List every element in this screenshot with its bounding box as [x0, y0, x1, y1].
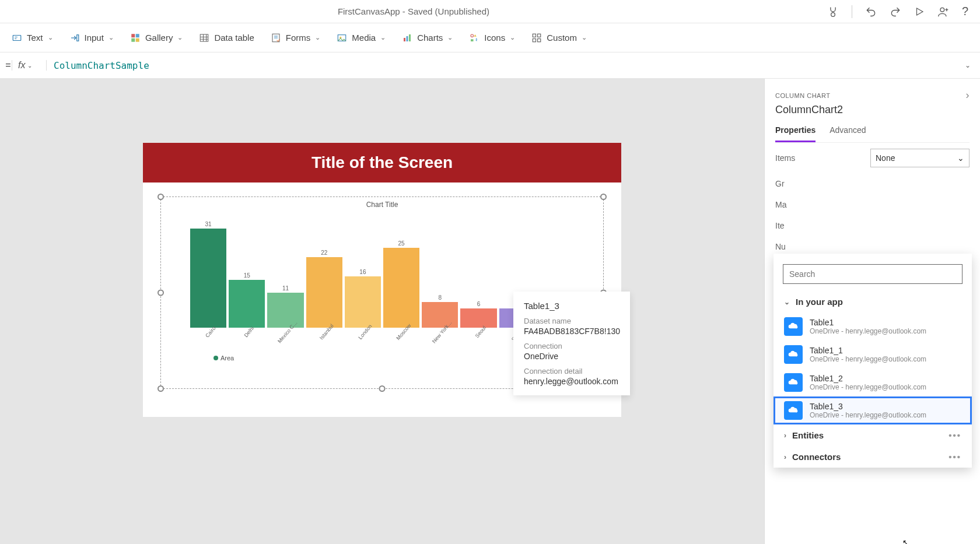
section-connectors[interactable]: ›Connectors ••• [774, 446, 972, 468]
section-entities[interactable]: ›Entities ••• [774, 424, 972, 446]
prop-label: Ite [775, 221, 785, 230]
more-icon[interactable]: ••• [949, 452, 961, 462]
datasource-item[interactable]: Table1_1OneDrive - henry.legge@outlook.c… [774, 341, 972, 368]
charts-icon [402, 33, 412, 43]
undo-icon[interactable] [865, 6, 877, 17]
svg-rect-6 [136, 34, 139, 37]
ribbon: Text⌄ Input⌄ Gallery⌄ Data table Forms⌄ … [0, 23, 980, 52]
svg-point-16 [471, 34, 474, 37]
ribbon-gallery[interactable]: Gallery⌄ [130, 33, 183, 43]
items-dropdown: ⌄In your app Table1OneDrive - henry.legg… [774, 254, 972, 468]
play-icon[interactable] [914, 6, 925, 17]
svg-rect-19 [533, 38, 536, 41]
panel-expand-icon[interactable]: › [966, 89, 970, 101]
bar: 22 [306, 250, 342, 328]
tooltip-title: Table1_3 [524, 301, 620, 311]
screen-title: Title of the Screen [143, 143, 621, 182]
tab-properties[interactable]: Properties [775, 125, 816, 142]
media-icon [337, 33, 347, 43]
onedrive-icon [784, 317, 803, 336]
ribbon-media[interactable]: Media⌄ [337, 33, 386, 43]
gallery-icon [130, 33, 141, 43]
ribbon-custom[interactable]: Custom⌄ [531, 33, 587, 43]
prop-items-select[interactable]: None ⌄ [870, 149, 970, 167]
canvas[interactable]: Title of the Screen Chart Title 31151122… [0, 79, 764, 544]
chevron-right-icon: › [784, 453, 786, 461]
equals-sign: = [0, 60, 12, 71]
bar: 25 [383, 240, 419, 328]
chevron-down-icon: ⌄ [957, 153, 964, 163]
search-box[interactable] [783, 264, 963, 284]
chevron-down-icon: ⌄ [380, 34, 386, 41]
chart-title: Chart Title [167, 201, 597, 209]
datasource-item[interactable]: Table1OneDrive - henry.legge@outlook.com [774, 313, 972, 341]
bar: 31 [190, 221, 226, 328]
chevron-down-icon: ⌄ [177, 34, 183, 41]
svg-rect-18 [538, 34, 541, 37]
prop-label: Ma [775, 200, 786, 209]
chevron-down-icon: ⌄ [447, 34, 453, 41]
svg-rect-14 [407, 36, 408, 41]
resize-handle[interactable] [379, 385, 386, 392]
section-in-your-app[interactable]: ⌄In your app [774, 291, 972, 313]
datasource-item[interactable]: Table1_3OneDrive - henry.legge@outlook.c… [774, 396, 972, 424]
svg-point-2 [940, 8, 944, 12]
tooltip-value: FA4BADB8183CF7B8!130 [524, 327, 620, 336]
svg-rect-7 [131, 38, 135, 41]
more-icon[interactable]: ••• [949, 430, 961, 440]
properties-panel: COLUMN CHART › ColumnChart2 Properties A… [764, 79, 980, 544]
resize-handle[interactable] [158, 385, 164, 392]
datasource-item[interactable]: Table1_2OneDrive - henry.legge@outlook.c… [774, 368, 972, 396]
share-icon[interactable] [937, 6, 949, 17]
formula-input[interactable]: ColumnChartSample [47, 60, 956, 71]
tab-advanced[interactable]: Advanced [830, 125, 866, 142]
help-icon[interactable]: ? [962, 5, 968, 18]
prop-label: Nu [775, 242, 786, 251]
svg-rect-9 [201, 34, 209, 41]
svg-rect-4 [76, 34, 78, 41]
chevron-down-icon: ⌄ [510, 34, 515, 41]
svg-rect-17 [533, 34, 536, 37]
input-icon [69, 33, 80, 43]
search-input[interactable] [789, 269, 956, 279]
prop-items-label: Items [775, 153, 795, 163]
formula-expand-icon[interactable]: ⌄ [956, 61, 980, 69]
ribbon-datatable[interactable]: Data table [199, 33, 254, 43]
svg-rect-3 [13, 35, 21, 40]
fx-dropdown[interactable]: fx⌄ [12, 60, 47, 71]
datatable-icon [199, 33, 209, 43]
chevron-down-icon: ⌄ [784, 298, 790, 306]
redo-icon[interactable] [890, 6, 901, 17]
onedrive-icon [784, 401, 803, 420]
svg-rect-13 [404, 38, 405, 41]
forms-icon [271, 33, 281, 43]
app-checker-icon[interactable] [827, 6, 839, 17]
formula-bar: = fx⌄ ColumnChartSample ⌄ [0, 52, 980, 79]
ribbon-text[interactable]: Text⌄ [12, 33, 53, 43]
custom-icon [531, 33, 542, 43]
ribbon-input[interactable]: Input⌄ [69, 33, 114, 43]
svg-rect-8 [136, 38, 139, 41]
svg-rect-15 [409, 34, 411, 41]
panel-eyebrow: COLUMN CHART [775, 92, 830, 99]
resize-handle[interactable] [158, 194, 164, 200]
svg-marker-1 [916, 8, 923, 15]
tooltip-label: Connection detail [524, 367, 620, 375]
datasource-tooltip: Table1_3 Dataset name FA4BADB8183CF7B8!1… [513, 292, 630, 395]
prop-label: Gr [775, 179, 785, 188]
svg-point-0 [831, 12, 835, 16]
text-icon [12, 33, 22, 43]
tooltip-value: henry.legge@outlook.com [524, 377, 620, 386]
chevron-down-icon: ⌄ [582, 34, 587, 41]
onedrive-icon [784, 373, 803, 392]
icons-icon [469, 33, 480, 43]
chevron-right-icon: › [784, 431, 786, 440]
ribbon-icons[interactable]: Icons⌄ [469, 33, 515, 43]
resize-handle[interactable] [158, 290, 164, 296]
svg-rect-20 [538, 38, 541, 41]
ribbon-forms[interactable]: Forms⌄ [271, 33, 321, 43]
ribbon-charts[interactable]: Charts⌄ [402, 33, 453, 43]
tooltip-label: Connection [524, 342, 620, 350]
resize-handle[interactable] [600, 194, 607, 200]
onedrive-icon [784, 345, 803, 364]
